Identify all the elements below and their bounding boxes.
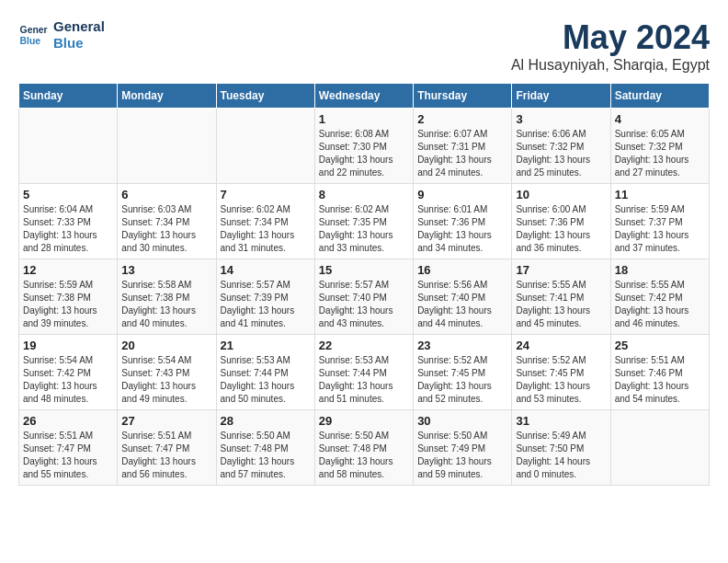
logo-icon: General Blue xyxy=(18,20,48,50)
day-number: 19 xyxy=(23,339,113,352)
logo-line2: Blue xyxy=(53,35,105,52)
day-number: 8 xyxy=(319,188,409,201)
day-number: 17 xyxy=(516,263,606,277)
day-number: 18 xyxy=(615,263,705,277)
day-number: 4 xyxy=(615,112,705,126)
day-info: Sunrise: 5:52 AMSunset: 7:45 PMDaylight:… xyxy=(417,354,507,406)
day-number: 9 xyxy=(417,188,507,201)
day-info: Sunrise: 5:54 AMSunset: 7:42 PMDaylight:… xyxy=(23,354,113,406)
day-info: Sunrise: 5:54 AMSunset: 7:43 PMDaylight:… xyxy=(121,354,211,406)
calendar-cell: 26Sunrise: 5:51 AMSunset: 7:47 PMDayligh… xyxy=(19,410,118,486)
day-info: Sunrise: 6:02 AMSunset: 7:35 PMDaylight:… xyxy=(319,203,409,255)
day-info: Sunrise: 5:57 AMSunset: 7:39 PMDaylight:… xyxy=(221,279,311,330)
day-info: Sunrise: 5:55 AMSunset: 7:42 PMDaylight:… xyxy=(615,279,705,330)
day-info: Sunrise: 5:53 AMSunset: 7:44 PMDaylight:… xyxy=(319,354,409,406)
calendar-cell: 16Sunrise: 5:56 AMSunset: 7:40 PMDayligh… xyxy=(414,259,512,335)
calendar-header-row: SundayMondayTuesdayWednesdayThursdayFrid… xyxy=(19,84,710,109)
day-info: Sunrise: 6:07 AMSunset: 7:31 PMDaylight:… xyxy=(417,128,507,179)
calendar-cell: 11Sunrise: 5:59 AMSunset: 7:37 PMDayligh… xyxy=(610,184,709,259)
logo: General Blue General Blue xyxy=(18,18,105,52)
day-number: 1 xyxy=(319,112,409,126)
day-info: Sunrise: 5:50 AMSunset: 7:48 PMDaylight:… xyxy=(221,430,311,481)
calendar-cell: 18Sunrise: 5:55 AMSunset: 7:42 PMDayligh… xyxy=(610,259,709,335)
calendar-table: SundayMondayTuesdayWednesdayThursdayFrid… xyxy=(18,83,710,486)
day-number: 22 xyxy=(319,339,409,352)
day-number: 2 xyxy=(417,112,507,126)
calendar-cell: 17Sunrise: 5:55 AMSunset: 7:41 PMDayligh… xyxy=(512,259,610,335)
calendar-cell xyxy=(118,109,216,184)
header-saturday: Saturday xyxy=(610,84,709,109)
day-info: Sunrise: 5:57 AMSunset: 7:40 PMDaylight:… xyxy=(319,279,409,330)
day-number: 28 xyxy=(221,414,311,428)
header-wednesday: Wednesday xyxy=(314,84,413,109)
calendar-cell: 14Sunrise: 5:57 AMSunset: 7:39 PMDayligh… xyxy=(216,259,314,335)
day-info: Sunrise: 6:08 AMSunset: 7:30 PMDaylight:… xyxy=(319,128,409,179)
day-info: Sunrise: 5:51 AMSunset: 7:46 PMDaylight:… xyxy=(615,354,705,406)
day-number: 20 xyxy=(121,339,211,352)
day-number: 26 xyxy=(23,414,113,428)
day-number: 11 xyxy=(615,188,705,201)
day-info: Sunrise: 5:49 AMSunset: 7:50 PMDaylight:… xyxy=(516,430,606,481)
day-number: 23 xyxy=(417,339,507,352)
calendar-cell: 19Sunrise: 5:54 AMSunset: 7:42 PMDayligh… xyxy=(19,335,118,410)
day-info: Sunrise: 6:04 AMSunset: 7:33 PMDaylight:… xyxy=(23,203,113,255)
day-info: Sunrise: 5:55 AMSunset: 7:41 PMDaylight:… xyxy=(516,279,606,330)
day-number: 27 xyxy=(121,414,211,428)
day-info: Sunrise: 6:06 AMSunset: 7:32 PMDaylight:… xyxy=(516,128,606,179)
calendar-cell: 24Sunrise: 5:52 AMSunset: 7:45 PMDayligh… xyxy=(512,335,610,410)
day-number: 29 xyxy=(319,414,409,428)
day-info: Sunrise: 5:59 AMSunset: 7:38 PMDaylight:… xyxy=(23,279,113,330)
subtitle: Al Husayniyah, Sharqia, Egypt xyxy=(511,57,710,74)
day-info: Sunrise: 6:02 AMSunset: 7:34 PMDaylight:… xyxy=(221,203,311,255)
day-info: Sunrise: 5:51 AMSunset: 7:47 PMDaylight:… xyxy=(23,430,113,481)
calendar-cell: 2Sunrise: 6:07 AMSunset: 7:31 PMDaylight… xyxy=(414,109,512,184)
title-block: May 2024 Al Husayniyah, Sharqia, Egypt xyxy=(511,18,710,74)
day-info: Sunrise: 5:50 AMSunset: 7:48 PMDaylight:… xyxy=(319,430,409,481)
calendar-cell: 27Sunrise: 5:51 AMSunset: 7:47 PMDayligh… xyxy=(118,410,216,486)
week-row-5: 26Sunrise: 5:51 AMSunset: 7:47 PMDayligh… xyxy=(19,410,710,486)
calendar-cell: 21Sunrise: 5:53 AMSunset: 7:44 PMDayligh… xyxy=(216,335,314,410)
day-number: 25 xyxy=(615,339,705,352)
calendar-cell xyxy=(216,109,314,184)
header-sunday: Sunday xyxy=(19,84,118,109)
calendar-cell: 5Sunrise: 6:04 AMSunset: 7:33 PMDaylight… xyxy=(19,184,118,259)
calendar-cell: 10Sunrise: 6:00 AMSunset: 7:36 PMDayligh… xyxy=(512,184,610,259)
calendar-cell: 22Sunrise: 5:53 AMSunset: 7:44 PMDayligh… xyxy=(314,335,413,410)
day-number: 24 xyxy=(516,339,606,352)
page-header: General Blue General Blue May 2024 Al Hu… xyxy=(18,18,710,74)
week-row-1: 1Sunrise: 6:08 AMSunset: 7:30 PMDaylight… xyxy=(19,109,710,184)
header-friday: Friday xyxy=(512,84,610,109)
day-number: 13 xyxy=(121,263,211,277)
svg-text:General: General xyxy=(20,25,48,35)
day-number: 15 xyxy=(319,263,409,277)
calendar-cell: 28Sunrise: 5:50 AMSunset: 7:48 PMDayligh… xyxy=(216,410,314,486)
day-info: Sunrise: 6:05 AMSunset: 7:32 PMDaylight:… xyxy=(615,128,705,179)
calendar-cell: 7Sunrise: 6:02 AMSunset: 7:34 PMDaylight… xyxy=(216,184,314,259)
day-info: Sunrise: 5:51 AMSunset: 7:47 PMDaylight:… xyxy=(121,430,211,481)
day-info: Sunrise: 6:03 AMSunset: 7:34 PMDaylight:… xyxy=(121,203,211,255)
day-number: 6 xyxy=(121,188,211,201)
calendar-cell: 9Sunrise: 6:01 AMSunset: 7:36 PMDaylight… xyxy=(414,184,512,259)
header-thursday: Thursday xyxy=(414,84,512,109)
day-number: 3 xyxy=(516,112,606,126)
calendar-cell: 8Sunrise: 6:02 AMSunset: 7:35 PMDaylight… xyxy=(314,184,413,259)
day-number: 12 xyxy=(23,263,113,277)
calendar-cell xyxy=(610,410,709,486)
calendar-cell: 6Sunrise: 6:03 AMSunset: 7:34 PMDaylight… xyxy=(118,184,216,259)
calendar-cell: 25Sunrise: 5:51 AMSunset: 7:46 PMDayligh… xyxy=(610,335,709,410)
calendar-cell: 15Sunrise: 5:57 AMSunset: 7:40 PMDayligh… xyxy=(314,259,413,335)
day-number: 7 xyxy=(221,188,311,201)
main-title: May 2024 xyxy=(511,18,710,57)
day-number: 5 xyxy=(23,188,113,201)
day-number: 30 xyxy=(417,414,507,428)
week-row-4: 19Sunrise: 5:54 AMSunset: 7:42 PMDayligh… xyxy=(19,335,710,410)
week-row-2: 5Sunrise: 6:04 AMSunset: 7:33 PMDaylight… xyxy=(19,184,710,259)
calendar-cell: 3Sunrise: 6:06 AMSunset: 7:32 PMDaylight… xyxy=(512,109,610,184)
day-info: Sunrise: 5:56 AMSunset: 7:40 PMDaylight:… xyxy=(417,279,507,330)
day-number: 14 xyxy=(221,263,311,277)
day-info: Sunrise: 5:59 AMSunset: 7:37 PMDaylight:… xyxy=(615,203,705,255)
header-tuesday: Tuesday xyxy=(216,84,314,109)
day-info: Sunrise: 5:50 AMSunset: 7:49 PMDaylight:… xyxy=(417,430,507,481)
calendar-cell: 20Sunrise: 5:54 AMSunset: 7:43 PMDayligh… xyxy=(118,335,216,410)
calendar-cell: 31Sunrise: 5:49 AMSunset: 7:50 PMDayligh… xyxy=(512,410,610,486)
